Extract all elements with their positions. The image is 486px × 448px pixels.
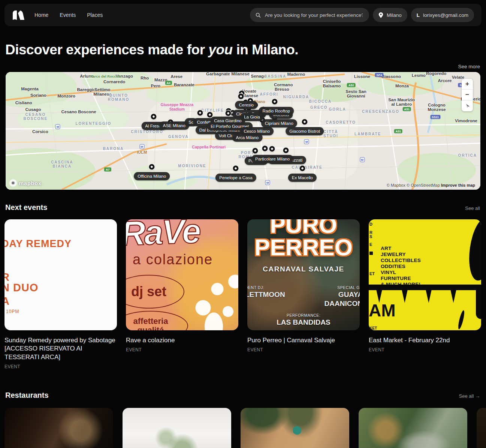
map-marker[interactable] bbox=[272, 99, 278, 105]
map-area-label: Bresso bbox=[275, 87, 289, 91]
attrib-improve-link[interactable]: Improve this map bbox=[441, 183, 475, 187]
map-marker[interactable] bbox=[149, 164, 155, 170]
map-marker[interactable] bbox=[253, 148, 258, 154]
poster-text: SPECIAL GU GUAYA DAANICON bbox=[324, 285, 360, 308]
map-marker[interactable] bbox=[226, 110, 231, 116]
venue-pill[interactable]: La Gioia bbox=[240, 113, 264, 121]
map-area-label: Bareggio bbox=[77, 87, 96, 92]
attrib-osm[interactable]: © OpenStreetMap bbox=[407, 183, 440, 187]
compass-button[interactable] bbox=[462, 100, 473, 111]
restaurant-card-photo[interactable] bbox=[4, 408, 113, 448]
map-area-label: GENOVA bbox=[168, 135, 189, 139]
event-title[interactable]: Puro Perreo | Carnaval Salvaje bbox=[247, 336, 360, 345]
poster-shape bbox=[466, 219, 481, 282]
event-poster-east-market[interactable]: D R S E ET ART JEWELRY COLLECTIBLES ODDI… bbox=[369, 219, 481, 330]
see-more-link[interactable]: See more bbox=[458, 64, 480, 69]
map-area-label: CASCINA BIANCA bbox=[51, 160, 73, 168]
map-area-label: Sesto San Giovanni bbox=[345, 89, 366, 98]
map[interactable]: MagentaSorianoCislianoCusagoMonzoroBareg… bbox=[6, 72, 480, 190]
map-zoom-control: + − bbox=[462, 79, 473, 111]
avatar: L bbox=[417, 12, 420, 18]
map-marker[interactable] bbox=[302, 119, 308, 125]
search-bar[interactable] bbox=[250, 8, 369, 22]
map-area-label: Parco del Roccolo bbox=[90, 74, 121, 78]
next-events-see-all[interactable]: See all bbox=[465, 205, 480, 211]
poster-shape bbox=[402, 289, 408, 303]
event-poster-sunday-remedy[interactable]: DAY REMEDY R N DUO A 0 10PM bbox=[4, 219, 117, 330]
map-area-label: Vanzago bbox=[115, 74, 133, 78]
map-area-label: Lissone bbox=[354, 74, 370, 79]
poster-shape bbox=[426, 289, 432, 303]
restaurant-card-photo[interactable] bbox=[477, 408, 486, 448]
map-marker[interactable] bbox=[233, 165, 239, 171]
map-area-label: Biassono bbox=[381, 74, 401, 79]
event-title[interactable]: Sunday Remedy powered by Sabotage [ACCES… bbox=[4, 336, 117, 361]
map-area-label: CASORETTO bbox=[326, 120, 356, 124]
zoom-out-button[interactable]: − bbox=[462, 90, 473, 100]
venue-pill[interactable]: Arca Milano bbox=[232, 133, 263, 142]
event-poster-rave-a-colazione[interactable]: RaVe a colazione dj set affetteria quali… bbox=[126, 219, 238, 330]
nav-link-home[interactable]: Home bbox=[34, 12, 48, 18]
restaurant-card-photo[interactable] bbox=[359, 408, 467, 448]
map-marker[interactable] bbox=[269, 146, 275, 152]
venue-pill[interactable]: ASE Milano bbox=[159, 121, 189, 130]
nav-link-events[interactable]: Events bbox=[60, 12, 76, 18]
nav-links: Home Events Places bbox=[34, 12, 103, 18]
map-area-label: Cologno Monzese bbox=[428, 103, 446, 112]
metro-station-icon: M bbox=[55, 124, 60, 129]
event-kicker: EVENT bbox=[4, 364, 117, 369]
event-poster-puro-perreo[interactable]: PURO PERREO CARNAVAL SALVAJE DENT DJ: LE… bbox=[247, 219, 360, 330]
venue-pill[interactable]: Giacomo Bistrot bbox=[286, 127, 324, 135]
event-card: RaVe a colazione dj set affetteria quali… bbox=[126, 219, 238, 369]
navbar: Home Events Places Milano L lorixyes@gma… bbox=[4, 4, 482, 26]
venue-pill[interactable]: Cipriani Milano bbox=[261, 119, 297, 127]
event-title[interactable]: East Market - February 22nd bbox=[369, 336, 481, 345]
map-marker[interactable] bbox=[238, 93, 244, 99]
map-area-label: Cormano bbox=[274, 82, 293, 87]
venue-pill[interactable]: Penelope a Casa bbox=[215, 174, 256, 182]
map-area-label: Vimodrone bbox=[455, 118, 477, 123]
venue-pill[interactable]: Ceresio bbox=[235, 101, 258, 109]
map-marker[interactable] bbox=[262, 146, 268, 151]
restaurant-card-photo[interactable] bbox=[123, 408, 231, 448]
nav-link-places[interactable]: Places bbox=[87, 12, 103, 18]
app-logo-icon[interactable] bbox=[12, 10, 25, 20]
map-area-label: Arcore bbox=[438, 78, 452, 83]
map-area-label: Cisliano bbox=[15, 100, 32, 105]
map-area-label: Settimo Milanese bbox=[93, 87, 112, 96]
map-area-label: Magenta bbox=[21, 87, 39, 91]
zoom-in-button[interactable]: + bbox=[462, 79, 473, 90]
attrib-mapbox[interactable]: © Mapbox bbox=[387, 183, 405, 187]
account-pill[interactable]: L lorixyes@gmail.com bbox=[411, 8, 474, 22]
location-pill[interactable]: Milano bbox=[373, 8, 407, 22]
location-label: Milano bbox=[387, 12, 402, 18]
poster-text: N DUO bbox=[4, 282, 38, 293]
venue-pill[interactable]: Radio Rooftop bbox=[259, 107, 294, 115]
map-area-label: CALVAIRATE bbox=[292, 165, 322, 169]
map-marker[interactable] bbox=[207, 112, 212, 117]
map-area-label: CRESCENZAGO bbox=[362, 109, 399, 113]
poster-text: S bbox=[369, 235, 372, 239]
map-area-label: Senago bbox=[251, 74, 267, 78]
event-title[interactable]: Rave a colazione bbox=[126, 336, 238, 345]
event-card: PURO PERREO CARNAVAL SALVAJE DENT DJ: LE… bbox=[247, 219, 360, 369]
map-marker[interactable] bbox=[151, 114, 157, 120]
venue-pill[interactable]: Particolare Milano bbox=[251, 155, 293, 163]
poster-text: E bbox=[369, 243, 372, 247]
restaurants-see-all[interactable]: See all → bbox=[459, 393, 480, 399]
restaurant-card-photo[interactable] bbox=[241, 408, 349, 448]
map-area-label: Cesano Boscone bbox=[61, 109, 96, 114]
map-marker[interactable] bbox=[299, 165, 305, 171]
event-card: DAY REMEDY R N DUO A 0 10PM Sunday Remed… bbox=[4, 219, 117, 369]
map-overlays: MagentaSorianoCislianoCusagoMonzoroBareg… bbox=[6, 72, 480, 190]
venue-pill[interactable]: Officina Milano bbox=[134, 172, 170, 180]
mapbox-logo[interactable]: ✹ mapbox bbox=[9, 179, 42, 187]
poster-text: R bbox=[4, 272, 9, 283]
map-area-label: San Maurizio al Lambro bbox=[388, 97, 415, 106]
search-input[interactable] bbox=[264, 12, 363, 18]
poster-text: RaVe bbox=[126, 219, 200, 253]
map-marker[interactable] bbox=[283, 148, 289, 153]
venue-pill[interactable]: Ex Macello bbox=[288, 174, 317, 182]
map-marker[interactable] bbox=[197, 110, 203, 115]
poster-text: DAY REMEDY bbox=[4, 239, 72, 249]
